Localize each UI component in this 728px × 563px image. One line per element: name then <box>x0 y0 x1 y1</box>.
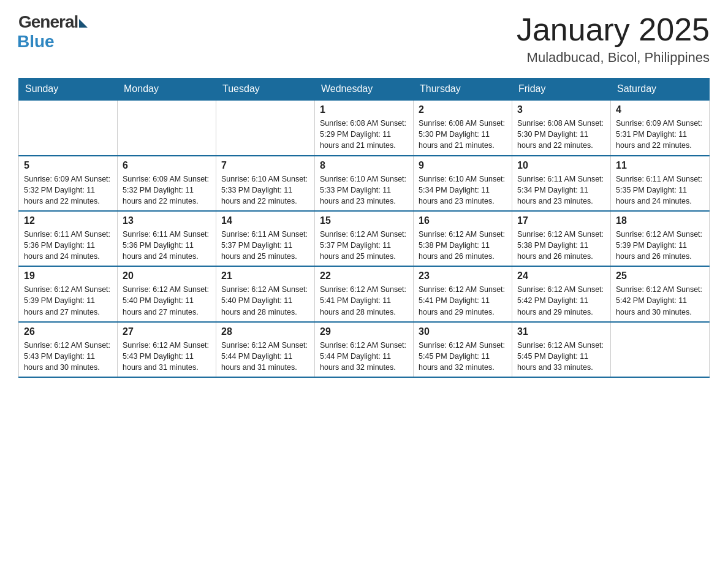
day-number: 7 <box>221 160 309 171</box>
day-number: 9 <box>419 160 507 171</box>
day-cell-21: 21Sunrise: 6:12 AM Sunset: 5:40 PM Dayli… <box>216 266 315 321</box>
day-info: Sunrise: 6:12 AM Sunset: 5:44 PM Dayligh… <box>320 340 408 373</box>
day-number: 28 <box>221 326 309 337</box>
day-cell-11: 11Sunrise: 6:11 AM Sunset: 5:35 PM Dayli… <box>611 156 710 211</box>
day-number: 8 <box>320 160 408 171</box>
header-cell-tuesday: Tuesday <box>216 79 315 101</box>
day-info: Sunrise: 6:12 AM Sunset: 5:45 PM Dayligh… <box>419 340 507 373</box>
day-number: 20 <box>123 270 211 282</box>
title-block: January 2025 Muladbucad, Bicol, Philippi… <box>517 12 710 66</box>
day-info: Sunrise: 6:12 AM Sunset: 5:40 PM Dayligh… <box>221 284 309 317</box>
day-cell-4: 4Sunrise: 6:09 AM Sunset: 5:31 PM Daylig… <box>611 100 710 155</box>
day-cell-18: 18Sunrise: 6:12 AM Sunset: 5:39 PM Dayli… <box>611 211 710 266</box>
day-cell-5: 5Sunrise: 6:09 AM Sunset: 5:32 PM Daylig… <box>19 156 118 211</box>
calendar-table: SundayMondayTuesdayWednesdayThursdayFrid… <box>18 78 710 378</box>
header-cell-thursday: Thursday <box>414 79 512 101</box>
day-number: 24 <box>517 270 605 282</box>
day-info: Sunrise: 6:12 AM Sunset: 5:42 PM Dayligh… <box>517 284 605 317</box>
day-info: Sunrise: 6:12 AM Sunset: 5:44 PM Dayligh… <box>221 340 309 373</box>
day-cell-23: 23Sunrise: 6:12 AM Sunset: 5:41 PM Dayli… <box>414 266 512 321</box>
day-number: 25 <box>616 270 704 282</box>
day-cell-1: 1Sunrise: 6:08 AM Sunset: 5:29 PM Daylig… <box>315 100 414 155</box>
day-cell-2: 2Sunrise: 6:08 AM Sunset: 5:30 PM Daylig… <box>414 100 512 155</box>
day-cell-19: 19Sunrise: 6:12 AM Sunset: 5:39 PM Dayli… <box>19 266 118 321</box>
day-cell-3: 3Sunrise: 6:08 AM Sunset: 5:30 PM Daylig… <box>512 100 611 155</box>
day-info: Sunrise: 6:11 AM Sunset: 5:34 PM Dayligh… <box>517 174 605 207</box>
day-number: 19 <box>24 270 112 282</box>
day-cell-24: 24Sunrise: 6:12 AM Sunset: 5:42 PM Dayli… <box>512 266 611 321</box>
day-number: 31 <box>517 326 605 337</box>
day-info: Sunrise: 6:12 AM Sunset: 5:43 PM Dayligh… <box>24 340 112 373</box>
day-number: 30 <box>419 326 507 337</box>
day-info: Sunrise: 6:12 AM Sunset: 5:43 PM Dayligh… <box>123 340 211 373</box>
empty-cell <box>216 100 315 155</box>
day-cell-16: 16Sunrise: 6:12 AM Sunset: 5:38 PM Dayli… <box>414 211 512 266</box>
day-cell-17: 17Sunrise: 6:12 AM Sunset: 5:38 PM Dayli… <box>512 211 611 266</box>
day-number: 22 <box>320 270 408 282</box>
day-info: Sunrise: 6:08 AM Sunset: 5:30 PM Dayligh… <box>517 118 605 151</box>
logo-general-text: General <box>18 12 78 32</box>
empty-cell <box>118 100 216 155</box>
header-cell-wednesday: Wednesday <box>315 79 414 101</box>
day-info: Sunrise: 6:12 AM Sunset: 5:42 PM Dayligh… <box>616 284 704 317</box>
day-cell-10: 10Sunrise: 6:11 AM Sunset: 5:34 PM Dayli… <box>512 156 611 211</box>
day-cell-9: 9Sunrise: 6:10 AM Sunset: 5:34 PM Daylig… <box>414 156 512 211</box>
week-row-5: 26Sunrise: 6:12 AM Sunset: 5:43 PM Dayli… <box>19 322 710 377</box>
day-number: 1 <box>320 104 408 115</box>
day-cell-14: 14Sunrise: 6:11 AM Sunset: 5:37 PM Dayli… <box>216 211 315 266</box>
day-number: 10 <box>517 160 605 171</box>
header-cell-monday: Monday <box>118 79 216 101</box>
header-cell-saturday: Saturday <box>611 79 710 101</box>
day-cell-13: 13Sunrise: 6:11 AM Sunset: 5:36 PM Dayli… <box>118 211 216 266</box>
page-header: General Blue January 2025 Muladbucad, Bi… <box>18 12 710 66</box>
day-number: 21 <box>221 270 309 282</box>
day-cell-25: 25Sunrise: 6:12 AM Sunset: 5:42 PM Dayli… <box>611 266 710 321</box>
day-cell-27: 27Sunrise: 6:12 AM Sunset: 5:43 PM Dayli… <box>118 322 216 377</box>
day-number: 3 <box>517 104 605 115</box>
header-cell-friday: Friday <box>512 79 611 101</box>
day-cell-29: 29Sunrise: 6:12 AM Sunset: 5:44 PM Dayli… <box>315 322 414 377</box>
day-info: Sunrise: 6:10 AM Sunset: 5:33 PM Dayligh… <box>221 174 309 207</box>
day-info: Sunrise: 6:09 AM Sunset: 5:32 PM Dayligh… <box>123 174 211 207</box>
day-info: Sunrise: 6:12 AM Sunset: 5:41 PM Dayligh… <box>419 284 507 317</box>
day-number: 6 <box>123 160 211 171</box>
day-cell-20: 20Sunrise: 6:12 AM Sunset: 5:40 PM Dayli… <box>118 266 216 321</box>
day-info: Sunrise: 6:12 AM Sunset: 5:40 PM Dayligh… <box>123 284 211 317</box>
week-row-1: 1Sunrise: 6:08 AM Sunset: 5:29 PM Daylig… <box>19 100 710 155</box>
day-number: 16 <box>419 215 507 226</box>
day-number: 23 <box>419 270 507 282</box>
calendar-header: SundayMondayTuesdayWednesdayThursdayFrid… <box>19 79 710 101</box>
day-number: 27 <box>123 326 211 337</box>
day-cell-15: 15Sunrise: 6:12 AM Sunset: 5:37 PM Dayli… <box>315 211 414 266</box>
day-info: Sunrise: 6:08 AM Sunset: 5:29 PM Dayligh… <box>320 118 408 151</box>
header-row: SundayMondayTuesdayWednesdayThursdayFrid… <box>19 79 710 101</box>
day-info: Sunrise: 6:10 AM Sunset: 5:34 PM Dayligh… <box>419 174 507 207</box>
day-number: 17 <box>517 215 605 226</box>
logo: General Blue <box>18 12 88 52</box>
logo-arrow-icon <box>79 19 88 28</box>
day-info: Sunrise: 6:11 AM Sunset: 5:36 PM Dayligh… <box>24 229 112 262</box>
day-info: Sunrise: 6:09 AM Sunset: 5:31 PM Dayligh… <box>616 118 704 151</box>
day-cell-6: 6Sunrise: 6:09 AM Sunset: 5:32 PM Daylig… <box>118 156 216 211</box>
day-cell-12: 12Sunrise: 6:11 AM Sunset: 5:36 PM Dayli… <box>19 211 118 266</box>
day-cell-30: 30Sunrise: 6:12 AM Sunset: 5:45 PM Dayli… <box>414 322 512 377</box>
day-number: 4 <box>616 104 704 115</box>
day-number: 2 <box>419 104 507 115</box>
calendar-body: 1Sunrise: 6:08 AM Sunset: 5:29 PM Daylig… <box>19 100 710 377</box>
day-info: Sunrise: 6:12 AM Sunset: 5:39 PM Dayligh… <box>24 284 112 317</box>
day-number: 11 <box>616 160 704 171</box>
day-cell-26: 26Sunrise: 6:12 AM Sunset: 5:43 PM Dayli… <box>19 322 118 377</box>
day-cell-28: 28Sunrise: 6:12 AM Sunset: 5:44 PM Dayli… <box>216 322 315 377</box>
day-number: 26 <box>24 326 112 337</box>
day-info: Sunrise: 6:09 AM Sunset: 5:32 PM Dayligh… <box>24 174 112 207</box>
day-info: Sunrise: 6:12 AM Sunset: 5:45 PM Dayligh… <box>517 340 605 373</box>
day-cell-7: 7Sunrise: 6:10 AM Sunset: 5:33 PM Daylig… <box>216 156 315 211</box>
day-number: 14 <box>221 215 309 226</box>
day-number: 5 <box>24 160 112 171</box>
day-info: Sunrise: 6:11 AM Sunset: 5:36 PM Dayligh… <box>123 229 211 262</box>
week-row-4: 19Sunrise: 6:12 AM Sunset: 5:39 PM Dayli… <box>19 266 710 321</box>
day-number: 12 <box>24 215 112 226</box>
day-number: 18 <box>616 215 704 226</box>
day-number: 29 <box>320 326 408 337</box>
header-cell-sunday: Sunday <box>19 79 118 101</box>
